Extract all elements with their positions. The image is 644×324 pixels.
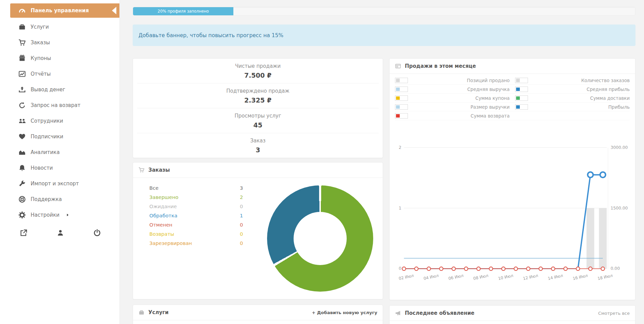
heart-icon	[18, 133, 26, 140]
sidebar-item[interactable]: Настройки	[0, 207, 119, 223]
legend-swatch	[395, 113, 408, 119]
legend-item[interactable]: Позиций продано	[395, 78, 510, 83]
profile-hint-banner: Добавьте баннер, чтобы повысить прогресс…	[133, 25, 635, 46]
bell-icon	[18, 164, 26, 172]
caret-right-icon	[66, 213, 70, 217]
legend-label: Размер выручки	[470, 104, 510, 110]
order-status-row[interactable]: Возвраты 0	[149, 229, 251, 238]
legend-item[interactable]: Средняя прибыль	[515, 87, 630, 92]
sidebar-item[interactable]: Новости	[0, 160, 119, 176]
legend-label: Позиций продано	[467, 78, 510, 83]
order-status-count: 0	[240, 231, 251, 237]
add-service-link[interactable]: + Добавить новую услугу	[312, 310, 377, 315]
stat-label: Заказ	[137, 138, 379, 144]
order-status-label: Все	[149, 185, 240, 191]
sidebar-item-label: Купоны	[31, 55, 51, 61]
services-card: Услуги + Добавить новую услугу	[133, 305, 383, 324]
order-status-count: 0	[240, 204, 251, 209]
sidebar-item[interactable]: Услуги	[0, 19, 119, 35]
order-status-row[interactable]: Зарезервирован 0	[149, 238, 251, 248]
sidebar-item[interactable]: Запрос на возврат	[0, 97, 119, 113]
stat-value: 7.500 ₽	[137, 72, 379, 79]
legend-label: Сумма доставки	[590, 95, 630, 101]
orders-card: Заказы Все 3 Завершено 2 Ожидание 0 Обра…	[133, 162, 383, 299]
svg-text:1500.00: 1500.00	[611, 206, 628, 211]
megaphone-icon	[395, 310, 401, 316]
svg-text:08 Июл: 08 Июл	[473, 273, 489, 281]
order-status-label: Возвраты	[149, 231, 240, 237]
stat-value: 45	[137, 121, 379, 129]
sidebar-item[interactable]: Панель управления	[10, 3, 119, 18]
svg-text:3000.00: 3000.00	[611, 145, 628, 150]
legend-item[interactable]: Сумма купона	[395, 95, 510, 101]
order-status-row[interactable]: Завершено 2	[149, 192, 251, 202]
sidebar-item[interactable]: Отчёты	[0, 66, 119, 82]
legend-item[interactable]: Сумма возврата	[395, 113, 510, 119]
legend-label: Прибыль	[608, 104, 630, 110]
stat-label: Чистые продажи	[137, 63, 379, 69]
sidebar: Панель управления Услуги Заказы Купоны О…	[0, 0, 120, 324]
svg-text:10 Июл: 10 Июл	[498, 273, 514, 281]
sidebar-footer	[0, 223, 119, 237]
sidebar-item[interactable]: Поддержка	[0, 191, 119, 207]
legend-item[interactable]: Средняя выручка	[395, 87, 510, 92]
svg-text:16 Июл: 16 Июл	[572, 273, 588, 281]
collapse-arrow-icon[interactable]	[112, 7, 116, 14]
sidebar-item[interactable]: Сотрудники	[0, 113, 119, 129]
chart-line-icon	[18, 70, 26, 78]
sidebar-item-label: Отчёты	[31, 71, 51, 77]
legend-label: Сумма возврата	[470, 113, 510, 119]
order-status-count: 2	[240, 195, 251, 200]
sidebar-item[interactable]: Вывод денег	[0, 82, 119, 97]
stat-value: 3	[137, 146, 379, 154]
legend-label: Сумма купона	[475, 95, 510, 101]
profile-progress-fill: 20% профиля заполнено	[133, 7, 233, 15]
announcement-card-title: Последнее объявление	[405, 310, 474, 316]
external-link-icon[interactable]	[20, 229, 28, 237]
order-status-label: Обработка	[149, 213, 240, 218]
svg-text:12 Июл: 12 Июл	[523, 273, 539, 281]
order-status-list: Все 3 Завершено 2 Ожидание 0 Обработка 1…	[149, 183, 251, 292]
order-status-row[interactable]: Все 3	[149, 183, 251, 192]
undo-icon	[18, 102, 26, 109]
legend-swatch	[515, 104, 528, 110]
sales-card: Продажи в этом месяце Позиций продано Ко…	[389, 58, 635, 300]
life-ring-icon	[18, 196, 26, 203]
orders-card-title: Заказы	[148, 167, 170, 173]
svg-text:0.00: 0.00	[611, 266, 620, 271]
sidebar-item[interactable]: Импорт и экспорт	[0, 176, 119, 191]
services-card-title: Услуги	[148, 309, 169, 315]
legend-item[interactable]: Количество заказов	[515, 78, 630, 83]
stat-row: Чистые продажи 7.500 ₽	[137, 59, 379, 83]
chart-area-icon	[18, 149, 26, 156]
sidebar-item-label: Вывод денег	[31, 87, 65, 93]
sidebar-item-label: Запрос на возврат	[31, 102, 80, 108]
briefcase-icon	[18, 23, 26, 31]
view-all-link[interactable]: Смотреть все	[598, 311, 630, 316]
sidebar-item-label: Подписчики	[31, 134, 63, 140]
order-status-count: 0	[240, 222, 251, 228]
sidebar-item-label: Аналитика	[31, 149, 60, 155]
legend-item[interactable]: Прибыль	[515, 104, 630, 110]
sidebar-item[interactable]: Заказы	[0, 35, 119, 50]
sidebar-item[interactable]: Аналитика	[0, 144, 119, 160]
legend-item[interactable]: Сумма доставки	[515, 95, 630, 101]
order-status-row[interactable]: Ожидание 0	[149, 202, 251, 211]
stat-label: Просмотры услуг	[137, 113, 379, 119]
gift-icon	[18, 55, 26, 62]
power-icon[interactable]	[93, 229, 101, 237]
legend-item[interactable]: Размер выручки	[395, 104, 510, 110]
sidebar-item[interactable]: Подписчики	[0, 129, 119, 144]
order-status-row[interactable]: Отменен 0	[149, 220, 251, 229]
svg-text:0: 0	[399, 266, 401, 271]
order-status-row[interactable]: Обработка 1	[149, 211, 251, 220]
users-icon	[18, 117, 26, 125]
upload-icon	[18, 86, 26, 93]
order-status-count: 1	[240, 213, 251, 218]
sidebar-item[interactable]: Купоны	[0, 50, 119, 66]
orders-donut-chart	[267, 185, 373, 292]
user-icon[interactable]	[56, 229, 64, 237]
legend-label: Средняя выручка	[467, 87, 510, 92]
briefcase-icon	[138, 309, 145, 315]
sidebar-item-label: Настройки	[31, 212, 60, 218]
